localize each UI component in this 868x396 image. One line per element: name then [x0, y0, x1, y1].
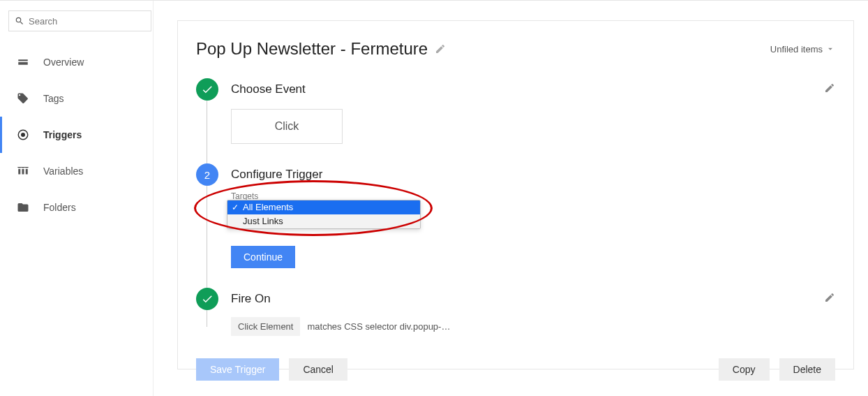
step-fire-on: Fire On Click Element matches CSS select… [196, 288, 835, 351]
tag-icon [17, 92, 29, 105]
trigger-icon [17, 129, 29, 141]
step-number-badge: 2 [196, 163, 218, 186]
sidebar-item-variables[interactable]: Variables [0, 153, 153, 189]
sidebar-item-overview[interactable]: Overview [0, 44, 153, 80]
page-title-row: Pop Up Newsletter - Fermeture [196, 39, 446, 59]
fire-condition: Click Element matches CSS selector div.p… [231, 317, 835, 336]
variables-icon [17, 165, 29, 177]
sidebar-item-tags[interactable]: Tags [0, 80, 153, 117]
dropdown-option-all-elements[interactable]: All Elements [227, 200, 420, 214]
step-done-icon [196, 78, 218, 101]
event-value: Click [275, 120, 299, 133]
edit-step-icon[interactable] [824, 292, 835, 306]
option-label: All Elements [243, 202, 293, 212]
chevron-down-icon [825, 44, 835, 54]
sidebar-item-label: Overview [43, 57, 84, 68]
fire-condition-text: matches CSS selector div.popup-… [307, 321, 450, 332]
folder-icon [17, 201, 29, 214]
step-title: Choose Event [231, 82, 306, 96]
targets-dropdown-open: All Elements Just Links [227, 200, 421, 229]
edit-step-icon[interactable] [824, 82, 835, 96]
rename-icon[interactable] [435, 39, 446, 59]
continue-button[interactable]: Continue [231, 246, 295, 268]
sidebar: Search Overview Tags Triggers Variable [0, 1, 154, 396]
folder-select[interactable]: Unfiled items [770, 44, 835, 54]
sidebar-item-label: Triggers [43, 129, 82, 140]
event-chip[interactable]: Click [231, 109, 343, 144]
step-configure-trigger: 2 Configure Trigger Targets All Elements… [196, 163, 835, 281]
delete-button[interactable]: Delete [779, 358, 835, 381]
cancel-button[interactable]: Cancel [289, 358, 347, 381]
save-trigger-button[interactable]: Save Trigger [196, 358, 279, 381]
svg-point-1 [21, 133, 25, 137]
folder-label: Unfiled items [770, 44, 823, 54]
sidebar-item-triggers[interactable]: Triggers [0, 117, 153, 153]
sidebar-item-label: Tags [43, 93, 64, 104]
step-title: Fire On [231, 292, 271, 306]
copy-button[interactable]: Copy [719, 358, 770, 381]
option-label: Just Links [243, 216, 283, 226]
sidebar-item-label: Variables [43, 166, 83, 177]
overview-icon [17, 56, 29, 68]
step-number: 2 [204, 169, 210, 181]
main-panel: Pop Up Newsletter - Fermeture Unfiled it… [177, 20, 854, 369]
search-icon [15, 16, 24, 26]
step-done-icon [196, 288, 218, 310]
sidebar-item-folders[interactable]: Folders [0, 189, 153, 226]
step-choose-event: Choose Event Click [196, 78, 835, 156]
dropdown-option-just-links[interactable]: Just Links [227, 214, 420, 228]
search-placeholder: Search [29, 16, 57, 27]
page-title: Pop Up Newsletter - Fermeture [196, 39, 428, 59]
search-input[interactable]: Search [8, 10, 151, 31]
step-title: Configure Trigger [231, 168, 322, 182]
fire-field: Click Element [231, 317, 300, 336]
sidebar-item-label: Folders [43, 202, 76, 213]
button-row: Save Trigger Cancel Copy Delete [196, 358, 835, 381]
